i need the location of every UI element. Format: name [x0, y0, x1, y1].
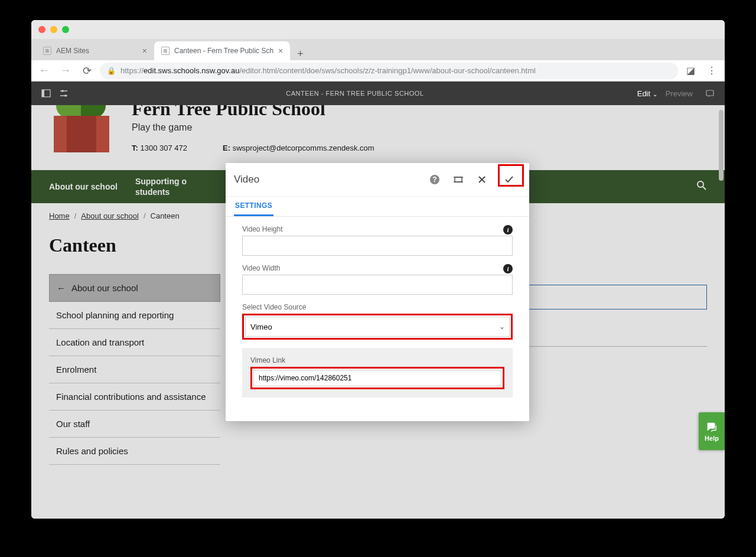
preview-button[interactable]: Preview	[666, 89, 693, 98]
svg-rect-11	[455, 177, 462, 182]
chrome-menu-icon[interactable]: ⋮	[703, 65, 720, 76]
video-height-input[interactable]	[242, 236, 513, 256]
reload-button[interactable]: ⟳	[79, 63, 95, 79]
svg-rect-6	[706, 90, 713, 96]
field-video-height: Video Height i	[242, 225, 513, 256]
nav-supporting[interactable]: Supporting o students	[135, 176, 187, 197]
side-panel-icon[interactable]	[37, 84, 55, 102]
svg-point-5	[64, 95, 67, 97]
field-video-source: Select Video Source Vimeo ⌄	[242, 303, 513, 340]
tab-title: AEM Sites	[56, 47, 89, 55]
page-content: Fern Tree Public School Play the game T:…	[31, 105, 725, 519]
settings-icon[interactable]	[55, 84, 73, 102]
nav-about[interactable]: About our school	[49, 181, 118, 192]
browser-window: 🗎 AEM Sites × 🗎 Canteen - Fern Tree Publ…	[31, 20, 725, 519]
school-tagline: Play the game	[132, 122, 374, 133]
sidenav-item-enrolment[interactable]: Enrolment	[49, 356, 220, 383]
sidenav-item-about[interactable]: ←About our school	[49, 274, 220, 302]
tab-settings[interactable]: SETTINGS	[234, 197, 273, 216]
svg-line-8	[703, 187, 706, 190]
sidenav-item-staff[interactable]: Our staff	[49, 411, 220, 438]
email: E: swsproject@detcorpcomms.zendesk.com	[223, 144, 374, 152]
chevron-down-icon: ⌄	[653, 91, 657, 97]
vimeo-link-input[interactable]	[253, 370, 501, 386]
breadcrumb-current: Canteen	[151, 211, 180, 220]
url-text: https://edit.sws.schools.nsw.gov.au/edit…	[120, 66, 536, 75]
scrollbar[interactable]	[719, 110, 724, 181]
aem-toolbar: CANTEEN - FERN TREE PUBLIC SCHOOL Edit ⌄…	[31, 82, 725, 105]
side-nav: ←About our school School planning and re…	[49, 274, 220, 465]
school-name: Fern Tree Public School	[132, 105, 374, 120]
svg-point-3	[61, 90, 64, 92]
help-label: Help	[705, 435, 719, 442]
breadcrumb-home[interactable]: Home	[49, 211, 70, 220]
school-logo	[49, 105, 114, 158]
arrow-left-icon: ←	[57, 283, 66, 293]
info-icon[interactable]: i	[503, 225, 513, 234]
svg-text:?: ?	[432, 175, 436, 184]
help-tab[interactable]: Help	[699, 412, 725, 450]
new-tab-button[interactable]: +	[290, 48, 311, 60]
forward-button[interactable]: →	[57, 63, 74, 79]
sidenav-item-location[interactable]: Location and transport	[49, 329, 220, 356]
info-icon[interactable]: i	[503, 264, 513, 273]
annotate-icon[interactable]	[701, 84, 719, 102]
edit-mode-button[interactable]: Edit ⌄	[637, 89, 657, 98]
svg-rect-1	[42, 90, 44, 97]
close-icon[interactable]	[470, 169, 494, 190]
tab-close-icon[interactable]: ×	[278, 46, 283, 56]
sidenav-item-planning[interactable]: School planning and reporting	[49, 302, 220, 329]
extensions-icon[interactable]: ◪	[683, 65, 699, 76]
confirm-button[interactable]	[497, 169, 521, 190]
dialog-header: Video ?	[226, 163, 529, 197]
window-minimize-button[interactable]	[50, 26, 57, 33]
page-icon: 🗎	[43, 47, 51, 55]
sidenav-item-rules[interactable]: Rules and policies	[49, 438, 220, 465]
sidenav-item-financial[interactable]: Financial contributions and assistance	[49, 383, 220, 411]
browser-tab-aem-sites[interactable]: 🗎 AEM Sites ×	[36, 41, 154, 60]
page-icon: 🗎	[161, 47, 170, 55]
tab-bar: 🗎 AEM Sites × 🗎 Canteen - Fern Tree Publ…	[31, 39, 725, 60]
window-zoom-button[interactable]	[62, 26, 69, 33]
breadcrumb-about[interactable]: About our school	[81, 211, 139, 220]
url-field[interactable]: 🔒 https://edit.sws.schools.nsw.gov.au/ed…	[100, 63, 678, 79]
video-width-label: Video Width	[242, 264, 513, 272]
help-icon[interactable]: ?	[423, 169, 447, 190]
traffic-lights	[38, 26, 69, 33]
aem-page-title: CANTEEN - FERN TREE PUBLIC SCHOOL	[73, 90, 637, 97]
video-height-label: Video Height	[242, 225, 513, 233]
search-icon[interactable]	[696, 180, 707, 194]
lock-icon: 🔒	[107, 67, 116, 75]
dialog-title: Video	[234, 174, 259, 185]
back-button[interactable]: ←	[36, 63, 53, 79]
svg-point-7	[698, 181, 703, 187]
browser-tab-canteen[interactable]: 🗎 Canteen - Fern Tree Public Sch ×	[154, 41, 290, 60]
titlebar	[31, 20, 725, 39]
tab-title: Canteen - Fern Tree Public Sch	[174, 47, 273, 55]
field-video-width: Video Width i	[242, 264, 513, 295]
video-source-label: Select Video Source	[242, 303, 513, 311]
vimeo-link-label: Vimeo Link	[250, 356, 504, 364]
video-width-input[interactable]	[242, 275, 513, 295]
video-dialog: Video ? SETTINGS	[226, 163, 529, 421]
window-close-button[interactable]	[38, 26, 45, 33]
vimeo-link-group: Vimeo Link	[242, 348, 513, 398]
phone: T: 1300 307 472	[132, 144, 187, 152]
school-header: Fern Tree Public School Play the game T:…	[31, 105, 725, 170]
fullscreen-icon[interactable]	[447, 169, 470, 190]
dialog-tabs: SETTINGS	[226, 197, 529, 217]
video-source-select[interactable]: Vimeo	[245, 317, 510, 337]
address-bar: ← → ⟳ 🔒 https://edit.sws.schools.nsw.gov…	[31, 60, 725, 82]
dialog-body: Video Height i Video Width i Select Vide…	[226, 217, 529, 421]
tab-close-icon[interactable]: ×	[142, 46, 147, 56]
